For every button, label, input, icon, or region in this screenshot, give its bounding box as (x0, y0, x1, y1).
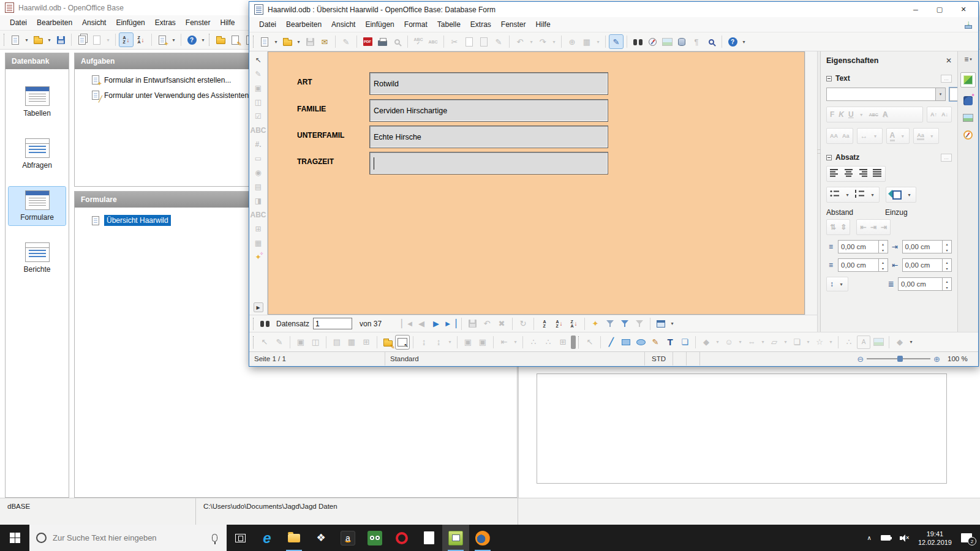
designbar-grip[interactable] (253, 336, 254, 348)
field-input-unterfamil[interactable]: Echte Hirsche (369, 126, 608, 148)
toolbar-grip2[interactable] (209, 34, 209, 46)
zoom-slider[interactable] (867, 358, 930, 359)
fw-zoom-icon[interactable] (704, 35, 718, 48)
align-left-icon[interactable] (830, 169, 840, 179)
sort-descending-record-icon[interactable]: ZA↓ (567, 317, 581, 331)
properties-close-icon[interactable]: ✕ (946, 56, 952, 65)
recordbar-overflow[interactable]: ▾ (669, 317, 676, 331)
next-record-icon[interactable]: ▶ (429, 317, 443, 331)
open-icon[interactable] (31, 33, 45, 47)
tray-chevron-icon[interactable]: ∧ (867, 534, 872, 541)
paragraph-background-icon[interactable] (889, 190, 902, 200)
insert-mode-status[interactable]: STD (645, 352, 673, 365)
indent-after-spinner[interactable]: 0,00 cm▴▾ (902, 258, 952, 272)
sidebar-item-formulare[interactable]: Formulare (9, 187, 66, 225)
menu-ansicht[interactable]: Ansicht (77, 17, 111, 29)
text-more-options[interactable]: … (941, 75, 952, 83)
tab-styles[interactable] (963, 96, 973, 105)
font-size-input[interactable] (950, 88, 957, 100)
toolbar-scroll-arrow[interactable]: ▶ (254, 302, 263, 312)
pagestyle-status[interactable]: Standard (385, 352, 645, 365)
fw-navigator-icon[interactable] (646, 35, 659, 48)
menu-fenster[interactable]: Fenster (181, 17, 216, 29)
draw-callout-icon[interactable]: ❏ (678, 335, 692, 349)
start-button[interactable] (0, 525, 29, 551)
help-icon[interactable]: ? (185, 33, 198, 47)
fw-new-dropdown[interactable]: ▾ (273, 35, 279, 48)
last-record-icon[interactable]: ▶▕ (444, 317, 458, 331)
fw-help-icon[interactable]: ? (726, 35, 739, 48)
new-dropdown[interactable]: ▾ (23, 33, 30, 47)
taskbar-app-dropbox[interactable]: ❖ (307, 525, 334, 551)
fw-find-replace-icon[interactable] (631, 35, 644, 48)
tab-navigator[interactable] (963, 130, 973, 140)
fw-datasources-icon[interactable] (675, 35, 688, 48)
fw-gallery-icon[interactable] (660, 35, 674, 48)
align-center-icon[interactable] (844, 169, 854, 179)
fw-toolbar-overflow[interactable]: ▾ (741, 35, 747, 48)
font-name-combobox[interactable]: ▾ (826, 88, 946, 101)
copy-icon[interactable] (75, 33, 89, 47)
form-based-filter-icon[interactable] (618, 317, 631, 331)
fw-show-draw-functions-icon[interactable]: ✎ (609, 35, 623, 48)
minimize-button[interactable]: ─ (906, 2, 925, 17)
numbered-list-icon[interactable] (855, 190, 865, 200)
new-form-icon[interactable]: ✦ (156, 33, 169, 47)
paragraph-section-header[interactable]: Absatz … (826, 150, 952, 165)
taskbar-app-openoffice[interactable] (442, 525, 469, 551)
autofilter-icon[interactable]: ✦ (589, 317, 602, 331)
microphone-icon[interactable] (212, 534, 217, 542)
fw-new-icon[interactable] (258, 35, 271, 48)
form-menu-ansicht[interactable]: Ansicht (326, 18, 360, 31)
fw-print-icon[interactable] (375, 35, 389, 48)
maximize-button[interactable]: ▢ (930, 2, 949, 17)
toolbar-dark-handle[interactable] (571, 335, 576, 349)
line-spacing-group[interactable]: ↕ ▾ (826, 277, 848, 291)
form-menu-bearbeiten[interactable]: Bearbeiten (281, 18, 326, 31)
battery-icon[interactable] (881, 535, 891, 541)
sidebar-item-abfragen[interactable]: Abfragen (6, 135, 69, 173)
fw-open-icon[interactable] (281, 35, 294, 48)
paragraph-more-options[interactable]: … (941, 154, 952, 162)
font-name-dropdown[interactable]: ▾ (935, 88, 945, 100)
toolbar-overflow[interactable]: ▾ (200, 33, 206, 47)
taskbar-app-document[interactable] (415, 525, 442, 551)
taskbar-app-amazon[interactable]: a (334, 525, 361, 551)
menu-hilfe[interactable]: Hilfe (216, 17, 240, 29)
datasource-as-table-icon[interactable] (654, 317, 668, 331)
collapse-paragraph-icon[interactable] (826, 155, 832, 160)
save-icon[interactable] (54, 33, 67, 47)
taskbar-app-firefox[interactable] (469, 525, 496, 551)
edit-object-icon[interactable]: ✎ (228, 33, 242, 47)
wizard-icon[interactable]: ✦✧ (252, 251, 265, 263)
taskbar-clock[interactable]: 19:41 12.02.2019 (918, 530, 952, 547)
text-section-header[interactable]: Text … (826, 71, 952, 86)
form-menu-einfuegen[interactable]: Einfügen (360, 18, 399, 31)
fw-email-icon[interactable]: ✉ (318, 35, 331, 48)
align-justify-icon[interactable] (872, 169, 882, 179)
taskbar-search[interactable] (29, 525, 227, 551)
sort-dialog-icon[interactable]: AZ (538, 317, 551, 331)
search-input[interactable] (53, 533, 206, 542)
below-spacing-spinner[interactable]: 0,00 cm▴▾ (838, 258, 888, 272)
apply-filter-icon[interactable] (603, 317, 617, 331)
menu-datei[interactable]: Datei (5, 17, 32, 29)
action-center-icon[interactable]: 2 (961, 533, 972, 542)
form-menu-hilfe[interactable]: Hilfe (531, 18, 556, 31)
close-button[interactable]: ✕ (954, 2, 973, 17)
zoom-out-icon[interactable]: ⊖ (857, 354, 864, 364)
menu-einfuegen[interactable]: Einfügen (111, 17, 149, 29)
font-name-input[interactable] (827, 88, 935, 100)
volume-muted-icon[interactable]: ✕ (900, 534, 909, 542)
task-view-button[interactable] (227, 525, 254, 551)
sort-descending-icon[interactable]: ZA↓ (134, 33, 148, 47)
align-right-icon[interactable] (858, 169, 868, 179)
zoom-in-icon[interactable]: ⊕ (933, 354, 940, 364)
toolbar-grip[interactable] (4, 34, 4, 46)
sidebar-menu-icon[interactable]: ≡▾ (964, 55, 972, 64)
open-dropdown[interactable]: ▾ (46, 33, 53, 47)
draw-freeform-icon[interactable]: ✎ (649, 335, 662, 349)
zoom-percent[interactable]: 100 % (943, 352, 978, 365)
form-menu-fenster[interactable]: Fenster (496, 18, 531, 31)
form-menu-datei[interactable]: Datei (254, 18, 281, 31)
